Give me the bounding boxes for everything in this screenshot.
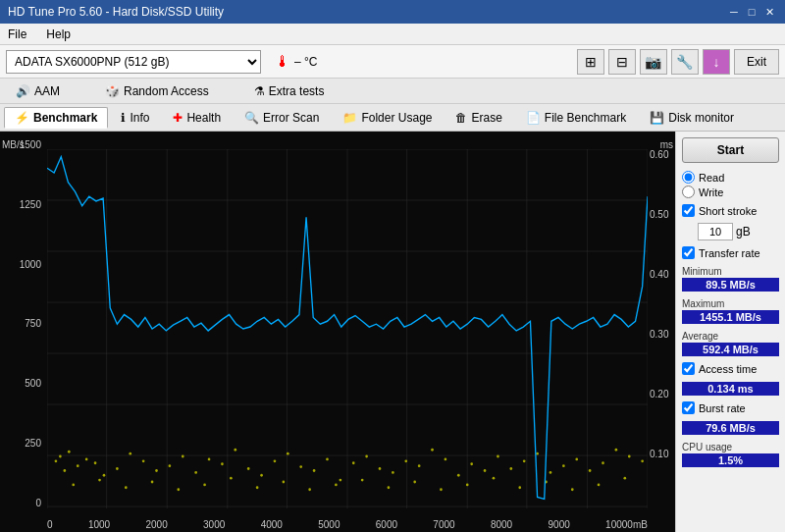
tab-random-access[interactable]: 🎲 Random Access: [97, 82, 217, 100]
svg-point-89: [623, 477, 626, 480]
minimize-button[interactable]: ─: [726, 4, 742, 20]
svg-point-54: [470, 462, 473, 465]
y-label-1250: 1250: [20, 199, 41, 210]
tab-health[interactable]: ✚ Health: [162, 107, 232, 129]
svg-point-72: [177, 488, 180, 491]
drive-selector[interactable]: ADATA SX6000PNP (512 gB): [6, 50, 261, 74]
menu-help[interactable]: Help: [42, 26, 75, 43]
toolbar-icon-5[interactable]: ↓: [703, 49, 730, 75]
y-label-1000: 1000: [20, 259, 41, 270]
x-label-10000: 10000mB: [605, 519, 648, 530]
y-label-500: 500: [25, 378, 41, 389]
svg-point-51: [431, 449, 434, 452]
start-button[interactable]: Start: [682, 137, 779, 163]
tab-info[interactable]: ℹ Info: [110, 107, 160, 129]
svg-point-58: [523, 459, 526, 462]
burst-rate-checkbox[interactable]: [682, 401, 695, 414]
svg-point-60: [550, 471, 552, 474]
access-time-checkbox-item[interactable]: Access time: [682, 362, 779, 375]
tab-folder-usage[interactable]: 📁 Folder Usage: [332, 107, 443, 129]
svg-point-42: [313, 469, 316, 472]
minimum-stat: Minimum 89.5 MB/s: [682, 266, 779, 292]
write-radio[interactable]: [682, 186, 695, 198]
exit-button[interactable]: Exit: [734, 49, 779, 75]
x-label-0: 0: [47, 519, 53, 530]
maximum-value: 1455.1 MB/s: [682, 310, 779, 324]
access-time-check-label: Access time: [699, 363, 757, 375]
write-radio-item[interactable]: Write: [682, 186, 779, 198]
chart-svg: [47, 149, 648, 508]
svg-point-59: [536, 452, 539, 455]
file-benchmark-icon: 📄: [526, 111, 541, 125]
svg-point-22: [68, 451, 71, 453]
maximum-stat: Maximum 1455.1 MB/s: [682, 298, 779, 324]
svg-point-88: [598, 483, 601, 486]
access-time-value: 0.134 ms: [682, 382, 779, 396]
svg-point-67: [641, 459, 644, 462]
svg-point-29: [142, 459, 145, 462]
svg-point-38: [260, 474, 263, 477]
average-stat: Average 592.4 MB/s: [682, 331, 779, 356]
toolbar-icon-2[interactable]: ⊟: [608, 49, 636, 75]
burst-rate-value: 79.6 MB/s: [682, 421, 779, 435]
tab-benchmark[interactable]: ⚡ Benchmark: [4, 107, 108, 129]
benchmark-icon: ⚡: [15, 111, 29, 125]
svg-point-57: [509, 467, 512, 470]
burst-rate-checkbox-item[interactable]: Burst rate: [682, 401, 779, 414]
svg-point-66: [628, 455, 631, 458]
aam-icon: 🔊: [16, 84, 30, 98]
menu-bar: File Help: [0, 24, 785, 45]
x-label-6000: 6000: [376, 519, 397, 530]
svg-point-81: [413, 481, 416, 484]
chart-labels-right: 0.60 0.50 0.40 0.30 0.20 0.10: [648, 149, 675, 508]
ms-label-050: 0.50: [650, 209, 668, 220]
svg-point-19: [55, 459, 58, 462]
maximize-button[interactable]: □: [744, 4, 759, 20]
toolbar-icon-4[interactable]: 🔧: [671, 49, 699, 75]
menu-file[interactable]: File: [4, 26, 30, 43]
read-write-group: Read Write: [682, 171, 779, 198]
svg-point-78: [335, 483, 338, 486]
tab-extra-tests[interactable]: ⚗ Extra tests: [246, 82, 333, 100]
short-stroke-checkbox[interactable]: [682, 204, 695, 217]
maximum-label: Maximum: [682, 298, 779, 309]
short-stroke-label: Short stroke: [699, 205, 757, 217]
x-label-8000: 8000: [491, 519, 512, 530]
ms-label-040: 0.40: [650, 269, 668, 280]
chart-labels-left: 1500 1250 1000 750 500 250 0: [0, 139, 45, 508]
close-button[interactable]: ✕: [761, 4, 777, 20]
extra-tests-icon: ⚗: [254, 84, 265, 98]
svg-point-24: [85, 457, 88, 460]
toolbar-icon-1[interactable]: ⊞: [577, 49, 604, 75]
cpu-usage-value: 1.5%: [682, 453, 779, 467]
transfer-rate-checkbox[interactable]: [682, 246, 695, 259]
tab-erase[interactable]: 🗑 Erase: [445, 107, 512, 129]
health-icon: ✚: [173, 111, 183, 125]
access-time-checkbox[interactable]: [682, 362, 695, 375]
x-axis-labels: 0 1000 2000 3000 4000 5000 6000 7000 800…: [47, 519, 648, 530]
svg-point-39: [274, 459, 277, 462]
x-label-3000: 3000: [203, 519, 225, 530]
tab-aam[interactable]: 🔊 AAM: [8, 82, 68, 100]
cpu-usage-label: CPU usage: [682, 442, 779, 452]
svg-point-27: [116, 467, 119, 470]
temp-icon: 🌡: [275, 53, 290, 71]
tab-file-benchmark[interactable]: 📄 File Benchmark: [515, 107, 637, 129]
y-label-750: 750: [25, 318, 41, 329]
tab-disk-monitor[interactable]: 💾 Disk monitor: [639, 107, 745, 129]
transfer-rate-checkbox-item[interactable]: Transfer rate: [682, 246, 779, 259]
svg-point-53: [457, 474, 460, 477]
read-radio-item[interactable]: Read: [682, 171, 779, 184]
x-label-7000: 7000: [433, 519, 454, 530]
short-stroke-checkbox-item[interactable]: Short stroke: [682, 204, 779, 217]
cpu-usage-stat: CPU usage 1.5%: [682, 442, 779, 467]
toolbar-icon-3[interactable]: 📷: [640, 49, 667, 75]
svg-point-64: [602, 461, 604, 464]
svg-point-33: [194, 471, 197, 474]
svg-point-34: [208, 457, 211, 460]
tab-error-scan[interactable]: 🔍 Error Scan: [234, 107, 330, 129]
read-radio[interactable]: [682, 171, 695, 184]
gb-field[interactable]: [698, 223, 733, 240]
svg-point-85: [518, 486, 521, 489]
svg-point-74: [230, 477, 233, 480]
